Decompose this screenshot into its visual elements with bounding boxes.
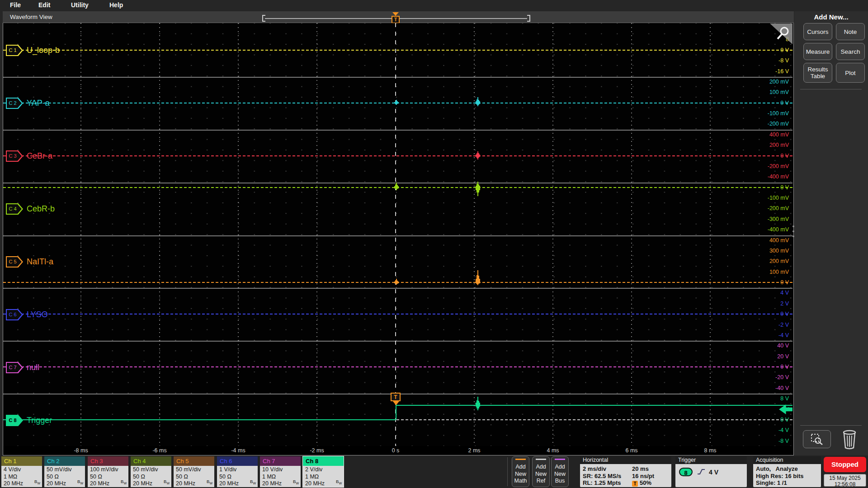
axis-label: 4 V <box>739 290 789 296</box>
signal-spike <box>398 282 399 283</box>
bandwidth-limit-icon: BW <box>207 478 212 487</box>
time-axis-label: -4 ms <box>222 446 254 455</box>
axis-label: -4 V <box>739 427 789 433</box>
trigger-title: Trigger <box>675 456 747 464</box>
channel-name-label: null <box>27 363 39 371</box>
channel-scale-value: 2 V/div <box>305 466 344 474</box>
channel-settings-badge[interactable]: Ch 3100 mV/div50 Ω20 MHzBW <box>88 456 128 487</box>
channel-name-label: LYSO <box>27 310 48 319</box>
channel-badge[interactable]: C 4 <box>6 203 23 215</box>
channel-scale-value: 4 V/div <box>4 466 42 474</box>
channel-settings-title: Ch 5 <box>174 456 214 466</box>
menu-help[interactable]: Help <box>109 1 123 9</box>
zoom-corner-icon[interactable] <box>770 23 793 46</box>
add-new-math-button[interactable]: Add New Math <box>512 456 529 487</box>
results-bar: Add New... Cursors Note Measure Search R… <box>794 11 868 455</box>
axis-label: -200 mV <box>739 206 789 211</box>
add-plot-button[interactable]: Plot <box>836 63 865 83</box>
channel-badge[interactable]: C 7 <box>6 362 23 373</box>
signal-spike <box>479 403 480 407</box>
channel-scale-value: 1 V/div <box>219 466 258 474</box>
menu-bar: File Edit Utility Help <box>0 0 868 11</box>
bandwidth-limit-icon: BW <box>293 478 299 487</box>
delete-trash-icon[interactable] <box>841 429 858 451</box>
axis-label: -16 V <box>739 69 789 74</box>
channel-badge[interactable]: C 1 <box>6 45 23 56</box>
menu-file[interactable]: File <box>10 1 21 9</box>
channel-badge[interactable]: C 2 <box>6 98 23 109</box>
menu-edit[interactable]: Edit <box>38 1 50 9</box>
panel-divider <box>800 425 862 426</box>
channel-settings-body: 2 V/div1 MΩ20 MHzBW <box>303 466 344 487</box>
acquisition-title: Acquisition <box>753 456 821 464</box>
channel-zero-line <box>3 366 793 367</box>
axis-label: -400 mV <box>739 174 789 179</box>
menu-utility[interactable]: Utility <box>71 1 89 9</box>
channel-settings-badge[interactable]: Ch 450 mV/div50 Ω20 MHzBW <box>131 456 171 487</box>
trigger-top-marker-icon[interactable]: T <box>392 16 400 23</box>
axis-label: -8 V <box>739 58 789 63</box>
channel-badge-label: C 7 <box>6 362 19 373</box>
channel-name-label: NaITl-a <box>27 258 53 266</box>
add-results-table-button[interactable]: Results Table <box>803 63 832 83</box>
slice-divider <box>3 288 793 289</box>
channel-settings-badge[interactable]: Ch 61 V/div50 Ω20 MHzBW <box>217 456 258 487</box>
channel-badge-label: C 8 <box>6 415 19 426</box>
trigger-panel[interactable]: Trigger 8 4 V <box>675 456 747 487</box>
signal-spike <box>479 279 480 283</box>
major-gridline <box>238 23 239 446</box>
channel-scale-value: 50 mV/div <box>133 466 171 474</box>
axis-label: -100 mV <box>739 111 789 116</box>
run-stop-status-button[interactable]: Stopped <box>824 457 866 472</box>
major-gridline <box>316 23 317 446</box>
channel-badge[interactable]: C 3 <box>6 150 23 162</box>
major-gridline <box>159 23 160 446</box>
horizontal-panel[interactable]: Horizontal 2 ms/div 20 ms SR: 62.5 MS/s … <box>580 456 671 487</box>
channel-settings-badge[interactable]: Ch 710 V/div1 MΩ20 MHzBW <box>260 456 301 487</box>
zoom-box-icon <box>811 433 823 445</box>
channel-badge[interactable]: C 8 <box>6 415 23 426</box>
time-axis-label: -2 ms <box>301 446 333 455</box>
add-new-bus-button[interactable]: Add New Bus <box>551 456 569 487</box>
add-search-button[interactable]: Search <box>836 43 865 60</box>
zoom-mode-button[interactable] <box>803 430 831 448</box>
time-axis-label: 0 s <box>380 446 411 455</box>
add-note-button[interactable]: Note <box>836 23 865 40</box>
add-measure-button[interactable]: Measure <box>803 43 832 60</box>
trigger-source-badge: 8 <box>679 468 693 476</box>
waveform-plot[interactable]: 80 V-8 V-16 VC 1U_loop-b200 mV100 mV0 V-… <box>3 23 793 446</box>
axis-label: 0 V <box>739 417 789 422</box>
overview-bar-left-bracket <box>262 15 265 22</box>
axis-label: 2 V <box>739 301 789 306</box>
acquisition-panel[interactable]: Acquisition Auto, Analyze High Res: 16 b… <box>753 456 821 487</box>
bandwidth-limit-icon: BW <box>250 478 256 487</box>
major-gridline <box>80 23 81 446</box>
signal-spike <box>479 155 480 157</box>
channel-badge[interactable]: C 6 <box>6 309 23 320</box>
axis-label: 400 mV <box>739 238 789 243</box>
axis-label: -20 V <box>739 375 789 380</box>
channel-scale-value: 50 mV/div <box>47 466 85 474</box>
channel-scale-value: 10 V/div <box>262 466 301 474</box>
channel-badge-label: C 6 <box>6 309 19 320</box>
channel-settings-badge[interactable]: Ch 250 mV/div50 Ω20 MHzBW <box>44 456 85 487</box>
bandwidth-limit-icon: BW <box>77 478 83 487</box>
axis-label: -100 mV <box>739 195 789 201</box>
oscilloscope-app: File Edit Utility Help Waveform View T 8… <box>0 0 868 488</box>
add-new-ref-button[interactable]: Add New Ref <box>532 456 550 487</box>
time-axis: -8 ms-6 ms-4 ms-2 ms0 s2 ms4 ms6 ms8 ms <box>3 446 793 455</box>
add-cursors-button[interactable]: Cursors <box>803 23 832 40</box>
axis-label: -200 mV <box>739 121 789 127</box>
trigger-point-marker-icon[interactable]: T <box>391 393 401 401</box>
channel-settings-badge[interactable]: Ch 82 V/div1 MΩ20 MHzBW <box>303 456 344 487</box>
channel-settings-body: 1 V/div50 Ω20 MHzBW <box>217 466 258 487</box>
settings-bar: Ch 14 V/div1 MΩ20 MHzBWCh 250 mV/div50 Ω… <box>0 455 868 488</box>
signal-spike <box>398 102 399 103</box>
major-gridline <box>474 23 475 446</box>
axis-label: 400 mV <box>739 132 789 137</box>
channel-settings-badge[interactable]: Ch 14 V/div1 MΩ20 MHzBW <box>1 456 42 487</box>
axis-label: 20 V <box>739 354 789 359</box>
channel-badge[interactable]: C 5 <box>6 256 23 267</box>
channel-settings-badge[interactable]: Ch 550 mV/div50 Ω20 MHzBW <box>174 456 214 487</box>
channel-name-label: U_loop-b <box>27 46 60 54</box>
